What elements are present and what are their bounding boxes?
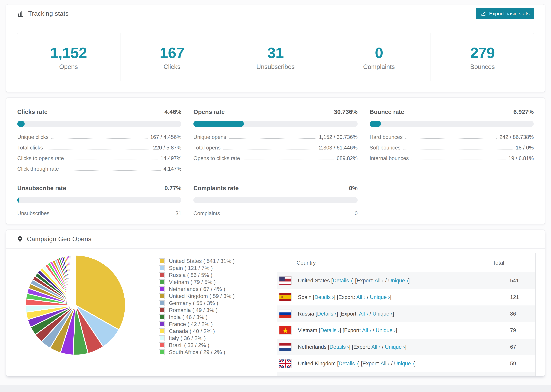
column-header-total: Total [493,260,536,266]
rate-title-row: Clicks rate4.46% [17,108,181,115]
legend-swatch [159,343,164,348]
rate-value: 0% [349,185,358,192]
export-unique-link-nl[interactable]: Unique › [385,344,405,350]
legend-label: Netherlands ( 67 / 4% ) [169,286,225,292]
flag-ru-icon [279,310,291,318]
legend-label: Brazil ( 33 / 2% ) [169,342,209,348]
tracking-stats-card: Tracking stats Export basic stats 1,152O… [6,4,545,92]
legend-item-romania: Romania ( 49 / 3% ) [159,307,277,314]
country-cell: Spain [Details ›] [Export: All › / Uniqu… [298,294,493,300]
dotted-leader [243,160,334,160]
rate-rows: Unsubscribes31 [17,210,181,217]
export-unique-link-us[interactable]: Unique › [388,278,408,284]
rate-block-unsubscribe-rate: Unsubscribe rate0.77%Unsubscribes31 [17,185,181,217]
dotted-leader [223,149,316,149]
dotted-leader [229,138,316,139]
rate-rows: Hard bounces242 / 86.738%Soft bounces18 … [370,134,534,161]
progress-fill [193,121,244,127]
export-all-link-vn[interactable]: All › [362,327,371,333]
details-link-vn[interactable]: Details › [320,327,340,333]
stat-label: Unsubscribes [224,63,327,70]
summary-stat-bounces: 279Bounces [431,33,534,81]
export-unique-link-gb[interactable]: Unique › [394,361,414,366]
export-all-link-gb[interactable]: All › [380,361,389,366]
export-all-link-es[interactable]: All › [356,294,365,300]
stat-label: Clicks [120,63,224,70]
geo-pie-chart[interactable] [24,254,127,357]
country-cell: Netherlands [Details ›] [Export: All › /… [298,344,493,350]
legend-item-united-kingdom: United Kingdom ( 59 / 3% ) [159,293,277,300]
country-cell: United Kingdom [Details ›] [Export: All … [298,361,493,367]
rate-row-value: 242 / 86.738% [500,134,534,140]
rate-row-label: Opens to clicks rate [193,155,240,161]
progress-bar [370,121,534,127]
export-unique-link-ru[interactable]: Unique › [373,311,393,317]
legend-label: Canada ( 40 / 2% ) [169,328,215,334]
rate-value: 0.77% [164,185,181,192]
geo-pie-wrap [17,249,159,376]
rate-row-value: 19 / 6.81% [509,155,534,161]
details-link-ru[interactable]: Details › [317,311,337,317]
export-all-link-ru[interactable]: All › [359,311,368,317]
geo-table-body: United States [Details ›] [Export: All ›… [277,272,536,376]
rate-row-unsubscribes: Unsubscribes31 [17,210,181,217]
rate-row-label: Internal bounces [370,155,409,161]
rate-title: Opens rate [193,108,225,115]
legend-swatch [159,287,164,292]
table-row-es: Spain [Details ›] [Export: All › / Uniqu… [277,289,536,305]
geo-table: Country Total United States [Details ›] … [277,253,536,376]
rate-value: 30.736% [334,108,357,115]
export-all-link-nl[interactable]: All › [371,344,380,350]
stat-value: 1,152 [17,44,120,62]
country-cell: Russia [Details ›] [Export: All › / Uniq… [298,311,493,317]
geo-title: Campaign Geo Opens [27,236,91,243]
legend-label: United Kingdom ( 59 / 3% ) [169,293,235,299]
tracking-stats-header: Tracking stats Export basic stats [6,4,545,23]
geo-content: United States ( 541 / 31% )Spain ( 121 /… [6,249,545,376]
pie-slice-other[interactable] [75,255,76,305]
rate-block-complaints-rate: Complaints rate0%Complaints0 [193,185,357,217]
export-unique-link-vn[interactable]: Unique › [376,327,396,333]
rate-title: Unsubscribe rate [17,185,66,192]
legend-label: France ( 42 / 2% ) [169,321,213,327]
details-link-us[interactable]: Details › [333,278,352,284]
export-unique-link-es[interactable]: Unique › [370,294,390,300]
dotted-leader [62,170,161,171]
rate-title: Clicks rate [17,108,48,115]
progress-bar [17,121,181,127]
rate-row-total-clicks: Total clicks220 / 5.87% [17,145,181,151]
legend-label: Spain ( 121 / 7% ) [169,265,213,271]
rate-title-row: Unsubscribe rate0.77% [17,185,181,192]
export-basic-stats-button[interactable]: Export basic stats [476,8,534,19]
stat-label: Complaints [327,63,431,70]
rate-row-label: Unsubscribes [17,210,49,217]
rate-row-click-through-rate: Click through rate4.147% [17,166,181,172]
legend-item-netherlands: Netherlands ( 67 / 4% ) [159,286,277,293]
legend-item-vietnam: Vietnam ( 79 / 5% ) [159,279,277,286]
rate-row-value: 167 / 4.456% [150,134,182,140]
progress-fill [370,121,381,127]
rate-row-label: Total opens [193,145,221,151]
legend-label: Germany ( 55 / 3% ) [169,300,218,306]
page-bottom-strip [0,385,551,392]
rate-row-hard-bounces: Hard bounces242 / 86.738% [370,134,534,140]
details-link-gb[interactable]: Details › [339,361,358,366]
rate-row-label: Clicks to opens rate [17,155,64,161]
export-all-link-us[interactable]: All › [374,278,384,284]
legend-swatch [159,329,164,334]
total-cell: 86 [493,311,536,317]
legend-swatch [159,336,164,341]
rate-rows: Unique clicks167 / 4.456%Total clicks220… [17,134,181,172]
rate-title-row: Bounce rate6.927% [370,108,534,115]
bar-chart-icon [17,10,24,17]
legend-swatch [159,301,164,306]
geo-header: Campaign Geo Opens [6,230,545,248]
rate-row-complaints: Complaints0 [193,210,357,217]
rate-row-value: 4.147% [163,166,181,172]
rate-value: 6.927% [513,108,534,115]
rate-title-row: Complaints rate0% [193,185,357,192]
details-link-es[interactable]: Details › [315,294,334,300]
details-link-nl[interactable]: Details › [329,344,349,350]
legend-item-spain: Spain ( 121 / 7% ) [159,265,277,272]
rate-row-clicks-to-opens-rate: Clicks to opens rate14.497% [17,155,181,161]
